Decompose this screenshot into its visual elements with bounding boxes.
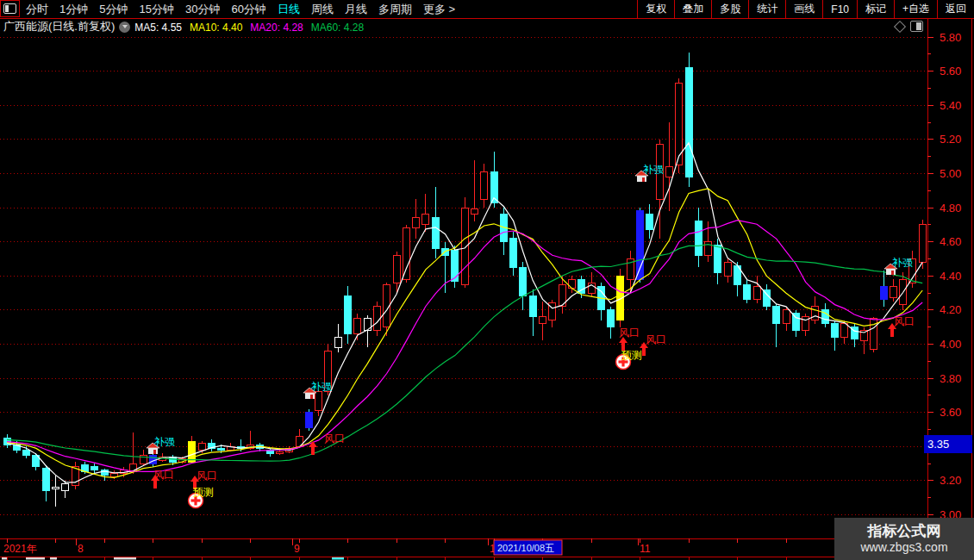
candle bbox=[422, 215, 429, 225]
candle bbox=[685, 68, 692, 177]
candle bbox=[665, 166, 672, 177]
candle bbox=[452, 251, 459, 282]
y-axis-label: 3.80 bbox=[940, 372, 961, 385]
candle bbox=[646, 215, 653, 230]
watermark: 指标公式网 www.zbgs3.com bbox=[834, 518, 974, 560]
period-tab-4[interactable]: 30分钟 bbox=[185, 2, 220, 17]
toolbar: 分时1分钟5分钟15分钟30分钟60分钟日线周线月线多周期更多 > 复权叠加多股… bbox=[0, 0, 974, 19]
fengkou-label: 风口 bbox=[197, 470, 217, 482]
chart-corner-tools bbox=[893, 20, 927, 33]
yuce-label: 预测 bbox=[193, 486, 214, 498]
candle bbox=[520, 267, 527, 296]
toolbar-button-1[interactable]: 叠加 bbox=[674, 0, 711, 18]
clipped-pane-sliver bbox=[2, 557, 7, 560]
toolbar-button-2[interactable]: 多股 bbox=[711, 0, 748, 18]
house-icon-body bbox=[637, 176, 646, 182]
candle bbox=[72, 467, 78, 486]
period-menu: 分时1分钟5分钟15分钟30分钟60分钟日线周线月线多周期更多 > bbox=[26, 0, 455, 18]
clipped-pane-sliver bbox=[332, 557, 344, 560]
y-axis-label: 3.20 bbox=[940, 474, 961, 487]
y-axis-label: 5.20 bbox=[940, 133, 961, 146]
candle bbox=[588, 283, 595, 293]
ma-label-3: MA60: 4.28 bbox=[311, 22, 364, 34]
candle bbox=[354, 319, 361, 334]
candle bbox=[471, 209, 478, 215]
ma-label-2: MA20: 4.28 bbox=[250, 22, 303, 34]
chevron-down-icon[interactable] bbox=[119, 22, 130, 33]
candle bbox=[617, 276, 624, 320]
period-tab-8[interactable]: 月线 bbox=[345, 2, 367, 17]
candle bbox=[413, 218, 420, 228]
candle bbox=[432, 218, 439, 249]
ma-label-0: MA5: 4.55 bbox=[134, 22, 182, 34]
house-icon-body bbox=[886, 269, 896, 275]
y-axis-label: 5.80 bbox=[940, 31, 961, 44]
candle bbox=[91, 467, 98, 470]
price-tag-text: 3.35 bbox=[927, 438, 949, 451]
candle bbox=[783, 310, 790, 324]
fengkou-label: 风口 bbox=[646, 333, 666, 345]
candle bbox=[773, 307, 780, 324]
stock-title: 广西能源(日线.前复权) bbox=[3, 19, 115, 34]
candle bbox=[724, 262, 731, 276]
clipped-pane-sliver bbox=[50, 557, 57, 560]
y-axis-label: 5.60 bbox=[940, 65, 961, 78]
candlestick-chart[interactable]: 5.805.605.405.205.004.804.604.404.204.00… bbox=[0, 0, 974, 560]
selected-date-text: 2021/10/08五 bbox=[497, 543, 554, 553]
x-axis-month-label: 8 bbox=[78, 543, 84, 555]
x-axis-month-label: 9 bbox=[294, 543, 300, 555]
toolbar-button-3[interactable]: 统计 bbox=[748, 0, 785, 18]
buqiang-label: 补强 bbox=[153, 436, 175, 448]
candle bbox=[744, 284, 751, 300]
period-tab-0[interactable]: 分时 bbox=[26, 2, 48, 17]
period-tab-2[interactable]: 5分钟 bbox=[99, 2, 128, 17]
period-tab-7[interactable]: 周线 bbox=[311, 2, 334, 17]
toolbar-button-4[interactable]: 画线 bbox=[785, 0, 822, 18]
toolbar-button-0[interactable]: 复权 bbox=[637, 0, 674, 18]
toolbar-button-7[interactable]: +自选 bbox=[894, 0, 937, 18]
y-axis-label: 4.60 bbox=[940, 235, 961, 248]
candle bbox=[880, 286, 887, 300]
candle bbox=[792, 314, 799, 331]
candle bbox=[62, 484, 69, 491]
window-layout-icon[interactable] bbox=[0, 0, 20, 17]
ma-label-1: MA10: 4.40 bbox=[190, 22, 242, 34]
yuce-label: 预测 bbox=[621, 349, 642, 361]
candle bbox=[540, 317, 546, 324]
house-icon-body bbox=[148, 448, 158, 454]
period-tab-6[interactable]: 日线 bbox=[278, 2, 300, 17]
buqiang-label: 补强 bbox=[310, 381, 332, 393]
candle bbox=[841, 324, 848, 338]
watermark-title: 指标公式网 bbox=[868, 523, 941, 540]
watermark-url: www.zbgs3.com bbox=[860, 540, 947, 555]
stock-terminal-window: 5.805.605.405.205.004.804.604.404.204.00… bbox=[0, 0, 974, 560]
house-icon-body bbox=[305, 393, 315, 399]
diamond-icon[interactable] bbox=[894, 21, 906, 33]
candle bbox=[481, 171, 488, 199]
candle bbox=[715, 246, 721, 273]
toolbar-button-8[interactable]: 返回 bbox=[937, 0, 974, 18]
y-axis-label: 5.00 bbox=[940, 167, 961, 180]
period-tab-3[interactable]: 15分钟 bbox=[139, 2, 173, 17]
fengkou-label: 风口 bbox=[619, 327, 640, 339]
panel-toggle-icon[interactable] bbox=[910, 21, 923, 32]
candle bbox=[403, 228, 409, 279]
x-axis-month-label: 11 bbox=[640, 543, 651, 555]
candle bbox=[529, 296, 536, 317]
period-tab-1[interactable]: 1分钟 bbox=[59, 2, 88, 17]
y-axis-label: 4.40 bbox=[940, 270, 961, 283]
x-axis-year-label: 2021年 bbox=[3, 543, 37, 555]
candle bbox=[890, 286, 896, 298]
y-axis-label: 3.60 bbox=[940, 406, 961, 419]
period-tab-9[interactable]: 多周期 bbox=[378, 2, 412, 17]
candle bbox=[919, 225, 926, 263]
toolbar-button-6[interactable]: 标记 bbox=[857, 0, 894, 18]
ma-value-labels: MA5: 4.55MA10: 4.40MA20: 4.28MA60: 4.28 bbox=[134, 19, 371, 34]
candle bbox=[345, 296, 352, 334]
candle bbox=[315, 392, 322, 411]
stock-header: 广西能源(日线.前复权) MA5: 4.55MA10: 4.40MA20: 4.… bbox=[3, 20, 371, 34]
toolbar-button-5[interactable]: F10 bbox=[822, 0, 857, 18]
period-tab-10[interactable]: 更多 > bbox=[423, 2, 455, 17]
period-tab-5[interactable]: 60分钟 bbox=[231, 2, 265, 17]
fengkou-label: 风口 bbox=[324, 432, 345, 445]
